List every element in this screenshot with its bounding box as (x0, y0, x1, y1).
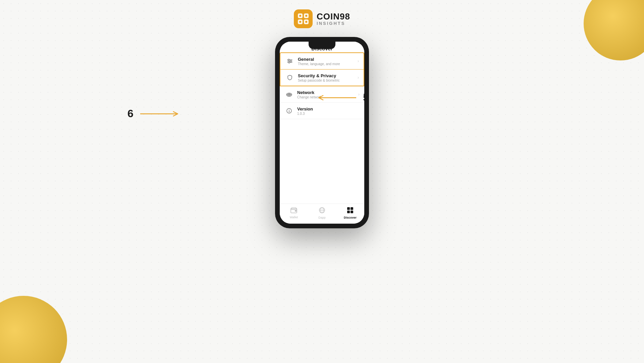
logo-box (294, 9, 313, 28)
svg-rect-30 (347, 211, 350, 213)
phone-mockup: Discover (275, 37, 369, 228)
brand-name: COIN98 (317, 12, 350, 21)
brand-tagline: INSIGHTS (317, 21, 350, 26)
svg-rect-28 (347, 207, 350, 210)
svg-point-22 (289, 109, 289, 110)
network-icon (284, 90, 294, 99)
bottom-navigation: Wallet Dapp (280, 203, 364, 224)
coin98-logo-icon (297, 13, 309, 25)
settings-item-general[interactable]: General Theme, language, and more › (280, 52, 364, 70)
chevron-right-icon: › (358, 59, 359, 63)
logo-text: COIN98 INSIGHTS (317, 12, 350, 26)
phone-frame: Discover (275, 37, 369, 228)
grid-icon (347, 207, 354, 215)
settings-item-version: Version 1.0.3 (280, 103, 364, 119)
svg-point-13 (288, 59, 289, 60)
svg-rect-31 (351, 211, 353, 213)
nav-item-discover[interactable]: Discover (336, 207, 364, 219)
nav-item-wallet[interactable]: Wallet (280, 207, 308, 219)
svg-point-6 (299, 21, 301, 23)
header: COIN98 INSIGHTS (294, 9, 350, 28)
globe-icon (319, 207, 325, 215)
svg-point-5 (305, 15, 307, 17)
version-item-subtitle: 1.0.3 (297, 112, 360, 116)
settings-list: General Theme, language, and more › Secu (280, 52, 364, 203)
annotation-number-6: 6 (127, 107, 133, 120)
annotation-6: 6 (127, 107, 180, 120)
security-item-content: Security & Privacy Setup passcode & biom… (298, 73, 358, 82)
decorative-circle-bottomleft (0, 296, 67, 363)
annotation-5: 5 (316, 91, 369, 104)
nav-item-dapp[interactable]: Dapp (308, 207, 336, 219)
svg-rect-29 (351, 207, 353, 210)
phone-screen: Discover (280, 42, 364, 224)
security-item-subtitle: Setup passcode & biometric (298, 79, 358, 82)
security-item-title: Security & Privacy (298, 73, 358, 78)
shield-icon (285, 73, 294, 82)
version-item-title: Version (297, 106, 360, 111)
svg-point-15 (288, 62, 290, 63)
screen-top-bar: Discover (280, 42, 364, 52)
decorative-circle-topright (584, 0, 644, 60)
annotation-number-5: 5 (363, 91, 369, 104)
general-item-title: General (298, 57, 358, 62)
screen-title: Discover (311, 46, 332, 51)
general-icon (285, 56, 294, 66)
svg-point-14 (290, 60, 291, 62)
version-item-content: Version 1.0.3 (297, 106, 360, 116)
info-icon (284, 106, 294, 116)
svg-rect-24 (295, 210, 297, 212)
discover-nav-label: Discover (344, 216, 357, 219)
dapp-nav-label: Dapp (318, 216, 326, 219)
wallet-icon (290, 207, 297, 215)
settings-item-security[interactable]: Security & Privacy Setup passcode & biom… (280, 70, 364, 86)
chevron-right-icon-security: › (358, 75, 359, 80)
svg-point-4 (299, 15, 301, 17)
arrow-6-icon (137, 110, 180, 118)
svg-point-7 (305, 21, 307, 23)
general-item-subtitle: Theme, language, and more (298, 62, 358, 66)
arrow-5-icon (316, 94, 360, 102)
general-item-content: General Theme, language, and more (298, 57, 358, 66)
wallet-nav-label: Wallet (290, 216, 298, 219)
